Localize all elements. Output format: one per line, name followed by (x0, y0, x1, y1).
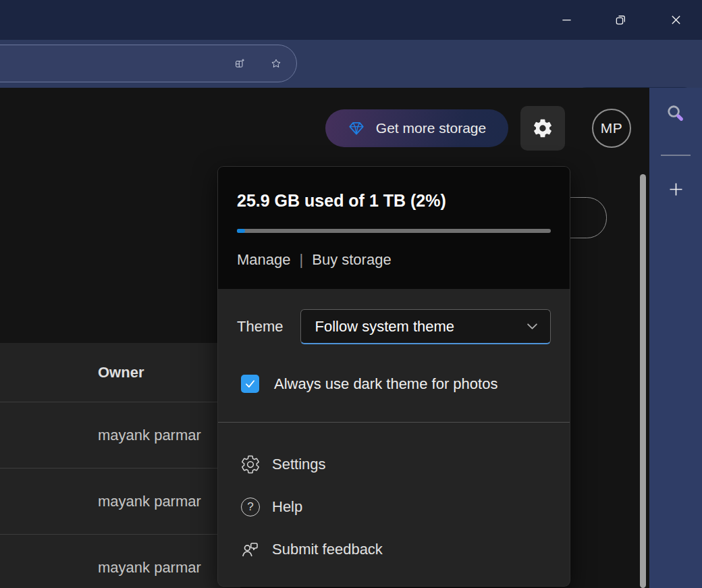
edge-sidebar (649, 88, 702, 588)
close-button[interactable] (660, 4, 691, 35)
visual-search-icon (666, 104, 685, 123)
chevron-down-icon (526, 322, 538, 331)
menu-item-label: Submit feedback (272, 541, 383, 558)
settings-dropdown-panel: 25.9 GB used of 1 TB (2%) Manage | Buy s… (217, 166, 570, 587)
file-list: Owner mayank parmar mayank parmar mayank… (0, 343, 240, 588)
owner-header-label: Owner (98, 364, 144, 381)
dark-theme-photos-row[interactable]: Always use dark theme for photos (241, 375, 551, 422)
owner-cell: mayank parmar (98, 427, 201, 444)
split-screen-button[interactable] (230, 54, 249, 73)
dark-theme-photos-checkbox[interactable] (241, 375, 259, 393)
menu-item-settings[interactable]: Settings (240, 443, 551, 485)
address-bar[interactable] (0, 45, 297, 82)
get-more-storage-button[interactable]: Get more storage (325, 109, 508, 147)
diamond-icon (348, 119, 365, 137)
theme-section: Theme Follow system theme Always use dar… (218, 289, 570, 422)
gear-icon (532, 117, 554, 139)
restore-icon (614, 13, 628, 27)
links-separator: | (300, 251, 304, 269)
avatar-initials: MP (601, 120, 623, 136)
menu-item-help[interactable]: Help (240, 485, 551, 528)
visual-search-button[interactable] (661, 99, 691, 128)
storage-usage-title: 25.9 GB used of 1 TB (2%) (237, 191, 551, 211)
menu-item-label: Help (272, 498, 302, 516)
settings-gear-button[interactable] (520, 106, 565, 151)
storage-progress-bar (237, 229, 551, 233)
titlebar (0, 0, 702, 40)
close-icon (669, 13, 683, 27)
get-more-storage-label: Get more storage (376, 120, 486, 136)
panel-menu: Settings Help Submit feedback (218, 423, 570, 570)
browser-toolbar: Ask Copilot (0, 40, 702, 88)
account-avatar[interactable]: MP (592, 109, 631, 148)
table-row[interactable]: mayank parmar (0, 402, 240, 469)
manage-link[interactable]: Manage (237, 251, 291, 269)
theme-select-value: Follow system theme (315, 318, 454, 336)
sidebar-divider (661, 155, 691, 156)
table-row[interactable]: mayank parmar (0, 469, 240, 535)
menu-item-feedback[interactable]: Submit feedback (240, 528, 551, 570)
owner-cell: mayank parmar (98, 493, 201, 510)
owner-column-header[interactable]: Owner (0, 343, 240, 402)
theme-select[interactable]: Follow system theme (300, 309, 551, 344)
gear-outline-icon (240, 454, 261, 475)
split-screen-icon (234, 55, 245, 73)
theme-label: Theme (237, 318, 283, 336)
add-icon (667, 180, 685, 198)
help-icon (240, 498, 261, 516)
table-row[interactable]: mayank parmar (0, 535, 240, 588)
minimize-icon (560, 13, 574, 27)
favorites-star-icon (271, 54, 281, 73)
owner-cell: mayank parmar (98, 559, 201, 577)
storage-section: 25.9 GB used of 1 TB (2%) Manage | Buy s… (218, 167, 570, 289)
minimize-button[interactable] (551, 4, 582, 35)
menu-item-label: Settings (272, 456, 326, 473)
restore-button[interactable] (605, 4, 636, 35)
buy-storage-link[interactable]: Buy storage (312, 251, 391, 269)
dark-theme-photos-label: Always use dark theme for photos (274, 375, 497, 393)
page-scrollbar-thumb[interactable] (640, 174, 646, 588)
add-sidebar-item-button[interactable] (661, 174, 691, 204)
storage-progress-fill (237, 229, 245, 233)
storage-links: Manage | Buy storage (237, 251, 551, 269)
favorites-button[interactable] (267, 54, 286, 73)
checkmark-icon (244, 378, 256, 390)
browser-window: Ask Copilot Get more s (0, 0, 702, 588)
feedback-icon (240, 539, 261, 560)
